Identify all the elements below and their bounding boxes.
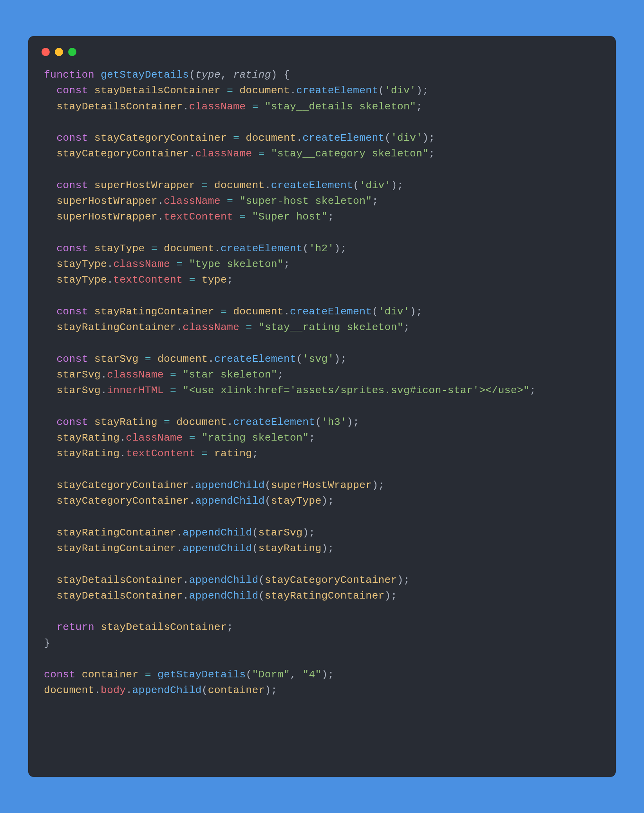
token-punc xyxy=(44,527,56,539)
token-var: stayDetailsContainer xyxy=(56,101,183,113)
token-prop: className xyxy=(189,101,246,113)
token-var: stayRatingContainer xyxy=(56,527,176,539)
token-punc: ( xyxy=(189,69,195,81)
window-minimize-icon[interactable] xyxy=(55,48,63,56)
token-punc xyxy=(44,274,56,286)
token-punc xyxy=(208,180,214,191)
token-punc: ( xyxy=(265,479,271,491)
token-punc: ; xyxy=(403,321,410,333)
token-kw: function xyxy=(44,69,94,81)
token-kw: const xyxy=(44,669,76,681)
token-var: type xyxy=(202,274,227,286)
token-fn: createElement xyxy=(271,180,353,191)
code-line: const stayDetailsContainer = document.cr… xyxy=(44,83,600,98)
token-punc xyxy=(170,258,176,270)
token-punc xyxy=(170,416,176,428)
code-line: stayType.textContent = type; xyxy=(44,272,600,288)
token-punc xyxy=(88,132,94,144)
window-maximize-icon[interactable] xyxy=(68,48,76,56)
token-punc xyxy=(183,432,189,444)
token-str: 'div' xyxy=(391,132,423,144)
token-punc: ); xyxy=(385,590,397,602)
code-line: function getStayDetails(type, rating) { xyxy=(44,67,600,83)
token-punc: ; xyxy=(227,621,233,633)
token-punc: ; xyxy=(252,448,258,459)
token-str: "star skeleton" xyxy=(183,369,277,381)
token-punc: ); xyxy=(422,132,435,144)
token-kw: const xyxy=(56,353,88,365)
token-punc xyxy=(183,258,189,270)
token-punc xyxy=(227,306,233,318)
token-fn: appendChild xyxy=(189,590,258,602)
token-fn: createElement xyxy=(302,132,384,144)
token-punc: . xyxy=(176,321,183,333)
code-line: } xyxy=(44,635,600,651)
token-var: document xyxy=(239,85,290,96)
token-punc xyxy=(44,243,56,254)
token-punc xyxy=(44,574,56,586)
token-var: stayRating xyxy=(56,448,119,459)
token-str: "Super host" xyxy=(252,211,327,223)
code-line: const container = getStayDetails("Dorm",… xyxy=(44,667,600,682)
token-var: stayCategoryContainer xyxy=(56,479,189,491)
token-var: document xyxy=(164,243,214,254)
token-punc: . xyxy=(101,385,107,396)
token-punc xyxy=(44,621,56,633)
token-punc xyxy=(88,243,94,254)
token-punc: . xyxy=(189,148,195,160)
code-line xyxy=(44,462,600,477)
token-prop: textContent xyxy=(164,211,233,223)
token-punc xyxy=(44,479,56,491)
code-line: const stayRatingContainer = document.cre… xyxy=(44,304,600,319)
token-punc: . xyxy=(183,574,189,586)
token-str: "stay__details skeleton" xyxy=(265,101,416,113)
token-punc xyxy=(259,101,265,113)
code-content[interactable]: function getStayDetails(type, rating) { … xyxy=(28,60,616,714)
token-kw: const xyxy=(56,243,88,254)
token-kw: return xyxy=(56,621,94,633)
token-str: "rating skeleton" xyxy=(202,432,309,444)
token-op: = xyxy=(233,132,239,144)
token-punc: ( xyxy=(246,669,252,681)
code-line xyxy=(44,651,600,667)
token-punc xyxy=(44,85,56,96)
token-punc xyxy=(195,448,202,459)
token-var: stayDetailsContainer xyxy=(56,574,183,586)
token-var: stayRatingContainer xyxy=(56,543,176,554)
token-str: 'h2' xyxy=(309,243,334,254)
token-punc: ( xyxy=(353,180,359,191)
token-var: stayType xyxy=(271,495,322,507)
window-close-icon[interactable] xyxy=(42,48,50,56)
token-str: "Dorm" xyxy=(252,669,290,681)
token-var: document xyxy=(233,306,284,318)
token-var: stayDetailsContainer xyxy=(56,590,183,602)
code-line xyxy=(44,556,600,572)
token-punc xyxy=(88,180,94,191)
token-punc: ; xyxy=(227,274,233,286)
code-line: stayDetailsContainer.appendChild(stayRat… xyxy=(44,588,600,604)
token-fn: appendChild xyxy=(189,574,258,586)
token-var: stayCategoryContainer xyxy=(56,148,189,160)
token-var: stayRatingContainer xyxy=(265,590,385,602)
token-punc xyxy=(164,385,170,396)
token-punc: . xyxy=(107,274,113,286)
token-var: superHostWrapper xyxy=(56,195,157,207)
token-punc xyxy=(221,195,227,207)
token-op: = xyxy=(246,321,252,333)
token-fn: appendChild xyxy=(195,479,264,491)
code-line xyxy=(44,288,600,304)
token-punc xyxy=(94,69,101,81)
token-punc: ); xyxy=(322,543,334,554)
token-punc: , xyxy=(290,669,302,681)
token-op: = xyxy=(151,243,157,254)
token-punc: ; xyxy=(277,369,284,381)
token-var: stayRating xyxy=(94,416,157,428)
code-line: document.body.appendChild(container); xyxy=(44,682,600,698)
token-var: stayRatingContainer xyxy=(94,306,214,318)
token-punc xyxy=(151,669,157,681)
code-line: stayRatingContainer.appendChild(starSvg)… xyxy=(44,525,600,541)
token-param: type xyxy=(195,69,220,81)
token-var: starSvg xyxy=(56,385,101,396)
code-line: stayType.className = "type skeleton"; xyxy=(44,256,600,272)
token-var: rating xyxy=(214,448,252,459)
